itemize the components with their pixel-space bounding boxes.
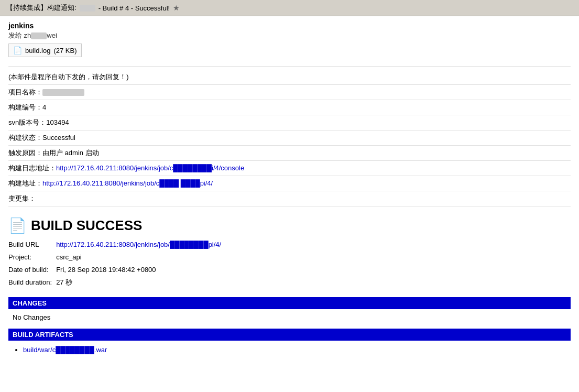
info-section: (本邮件是程序自动下发的，请勿回复！) 项目名称： 构建编号：4 svn版本号：…	[8, 70, 571, 209]
attachment-filename: build.log	[25, 47, 50, 55]
trigger-value: 由用户 admin 启动	[42, 149, 99, 157]
date-detail-row: Date of build: Fri, 28 Sep 2018 19:48:42…	[8, 264, 221, 276]
build-success-icon: 📄	[8, 217, 27, 234]
trigger-row: 触发原因：由用户 admin 启动	[8, 146, 571, 161]
auto-reply-row: (本邮件是程序自动下发的，请勿回复！)	[8, 72, 571, 85]
build-url-detail-link[interactable]: http://172.16.40.211:8080/jenkins/job/██…	[56, 241, 221, 248]
build-url-detail-row: Build URL http://172.16.40.211:8080/jenk…	[8, 238, 221, 251]
log-url-link[interactable]: http://172.16.40.211:8080/jenkins/job/c█…	[56, 164, 244, 172]
duration-detail-value: 27 秒	[56, 276, 221, 289]
no-changes-text: No Changes	[13, 313, 50, 321]
build-url-label: 构建地址：	[8, 179, 42, 187]
project-detail-value: csrc_api	[56, 251, 221, 264]
build-success-title: 📄 BUILD SUCCESS	[8, 217, 571, 234]
title-suffix: - Build # 4 - Successful!	[99, 4, 170, 12]
changes-label-row: 变更集：	[8, 191, 571, 206]
svn-label: svn版本号：	[8, 118, 46, 126]
build-url-link[interactable]: http://172.16.40.211:8080/jenkins/job/c█…	[42, 179, 213, 187]
changes-section-content: No Changes	[8, 311, 571, 323]
date-detail-label: Date of build:	[8, 264, 56, 276]
build-status-row: 构建状态：Successful	[8, 130, 571, 146]
build-success-heading: BUILD SUCCESS	[31, 217, 142, 234]
changes-section-header: CHANGES	[8, 297, 571, 309]
changes-label: 变更集：	[8, 194, 36, 202]
build-details: Build URL http://172.16.40.211:8080/jenk…	[8, 238, 571, 289]
build-url-row: 构建地址：http://172.16.40.211:8080/jenkins/j…	[8, 176, 571, 191]
title-redacted	[80, 5, 95, 12]
build-url-detail-label: Build URL	[8, 238, 56, 251]
star-icon[interactable]: ★	[173, 4, 180, 12]
trigger-label: 触发原因：	[8, 149, 42, 157]
attachment-row[interactable]: 📄 build.log (27 KB)	[8, 43, 82, 57]
artifact-list: build/war/c████████.war	[13, 345, 566, 355]
build-num-value: 4	[42, 103, 46, 111]
sender-block: jenkins 发给 zhwei 📄 build.log (27 KB)	[8, 21, 571, 62]
build-status-value: Successful	[42, 134, 75, 141]
artifacts-section-header: BUILD ARTIFACTS	[8, 329, 571, 341]
recipient-redacted	[31, 32, 47, 39]
sender-name: jenkins	[8, 21, 571, 30]
duration-detail-label: Build duration:	[8, 276, 56, 289]
date-detail-value: Fri, 28 Sep 2018 19:48:42 +0800	[56, 264, 221, 276]
auto-reply-text: (本邮件是程序自动下发的，请勿回复！)	[8, 73, 129, 81]
svn-value: 103494	[46, 118, 69, 126]
build-num-label: 构建编号：	[8, 103, 42, 111]
svn-row: svn版本号：103494	[8, 115, 571, 130]
project-label: 项目名称：	[8, 88, 42, 96]
title-text: 【持续集成】构建通知:	[6, 3, 77, 13]
artifact-link-0[interactable]: build/war/c████████.war	[23, 346, 107, 354]
file-icon: 📄	[13, 46, 22, 55]
list-item: build/war/c████████.war	[23, 345, 566, 355]
email-content: jenkins 发给 zhwei 📄 build.log (27 KB) (本邮…	[0, 16, 579, 362]
project-detail-row: Project: csrc_api	[8, 251, 221, 264]
project-detail-label: Project:	[8, 251, 56, 264]
project-value-redacted	[42, 89, 84, 96]
duration-detail-row: Build duration: 27 秒	[8, 276, 221, 289]
build-status-label: 构建状态：	[8, 134, 42, 141]
attachment-size: (27 KB)	[53, 47, 77, 55]
title-bar: 【持续集成】构建通知: - Build # 4 - Successful! ★	[0, 0, 579, 16]
log-url-row: 构建日志地址：http://172.16.40.211:8080/jenkins…	[8, 161, 571, 176]
artifacts-section-content: build/war/c████████.war	[8, 343, 571, 357]
build-num-row: 构建编号：4	[8, 100, 571, 115]
log-url-label: 构建日志地址：	[8, 164, 56, 172]
divider-1	[8, 67, 571, 67]
project-name-row: 项目名称：	[8, 85, 571, 100]
build-success-area: 📄 BUILD SUCCESS Build URL http://172.16.…	[8, 214, 571, 292]
to-line: 发给 zhwei	[8, 31, 571, 40]
